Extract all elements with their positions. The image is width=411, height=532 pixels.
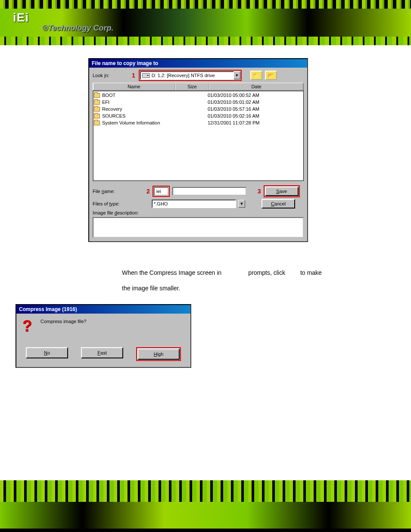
look-in-dropdown[interactable]: D: 1.2: [Recovery] NTFS drive — [140, 71, 234, 80]
compress-message: Compress image file? — [40, 318, 86, 324]
question-icon — [22, 318, 36, 335]
list-item[interactable]: System Volume Information 12/31/2001 11:… — [94, 119, 302, 126]
logo-tagline: ®Technology Corp. — [42, 24, 114, 33]
folder-icon — [94, 121, 100, 125]
image-desc-label: Image file description: — [93, 210, 139, 215]
instruction-text: When the Compress Image screen in prompt… — [122, 265, 329, 296]
save-button[interactable]: Save — [265, 187, 299, 196]
up-folder-button[interactable]: 📁 — [250, 71, 262, 80]
folder-icon — [94, 100, 100, 105]
annotation-1: 1 — [132, 72, 135, 79]
file-name-input-highlight[interactable] — [154, 187, 168, 196]
page-header-banner: iEi ®Technology Corp. — [0, 0, 411, 45]
list-item[interactable]: EFI 01/03/2010 05:01:02 AM — [94, 99, 302, 106]
high-button[interactable]: High — [137, 348, 180, 360]
annotation-2: 2 — [146, 188, 150, 195]
files-of-type-value: *.GHO — [154, 201, 168, 206]
col-name: Name — [93, 83, 175, 90]
new-folder-button[interactable]: 📂 — [265, 71, 277, 80]
logo-text: iEi — [13, 11, 29, 25]
dropdown-arrow-icon[interactable]: ▼ — [238, 200, 245, 208]
col-size: Size — [175, 83, 209, 90]
list-item[interactable]: Recovery 01/03/2010 05:57:16 AM — [94, 106, 302, 112]
cancel-button[interactable]: Cancel — [262, 199, 295, 208]
dialog-title: File name to copy image to — [89, 59, 307, 68]
annotation-3: 3 — [258, 188, 261, 195]
drive-icon — [142, 73, 150, 78]
list-item[interactable]: BOOT 01/03/2010 05:00:52 AM — [94, 92, 302, 99]
fast-button[interactable]: Fast — [81, 347, 123, 358]
image-description-textarea[interactable] — [93, 217, 304, 238]
look-in-label: Look in: — [93, 73, 129, 78]
file-name-dialog: File name to copy image to Look in: 1 D:… — [88, 58, 308, 242]
files-of-type-dropdown[interactable]: *.GHO — [152, 199, 236, 208]
folder-icon — [94, 114, 100, 118]
file-name-label: File name: — [93, 189, 129, 194]
folder-icon — [94, 107, 100, 112]
file-name-input[interactable] — [172, 187, 246, 196]
file-list-header: Name Size Date — [93, 83, 304, 90]
folder-icon — [94, 93, 100, 98]
dropdown-arrow-icon[interactable]: ▼ — [234, 72, 240, 79]
list-item[interactable]: SOURCES 01/03/2010 05:02:16 AM — [94, 112, 302, 119]
no-button[interactable]: No — [26, 347, 68, 358]
look-in-value: D: 1.2: [Recovery] NTFS drive — [152, 73, 215, 78]
compress-image-dialog: Compress Image (1916) Compress image fil… — [16, 304, 191, 368]
page-footer-banner — [0, 480, 411, 532]
file-list[interactable]: BOOT 01/03/2010 05:00:52 AM EFI 01/03/20… — [93, 90, 304, 181]
files-of-type-label: Files of type: — [93, 201, 129, 206]
dialog2-title: Compress Image (1916) — [16, 305, 190, 314]
col-date: Date — [209, 83, 303, 90]
